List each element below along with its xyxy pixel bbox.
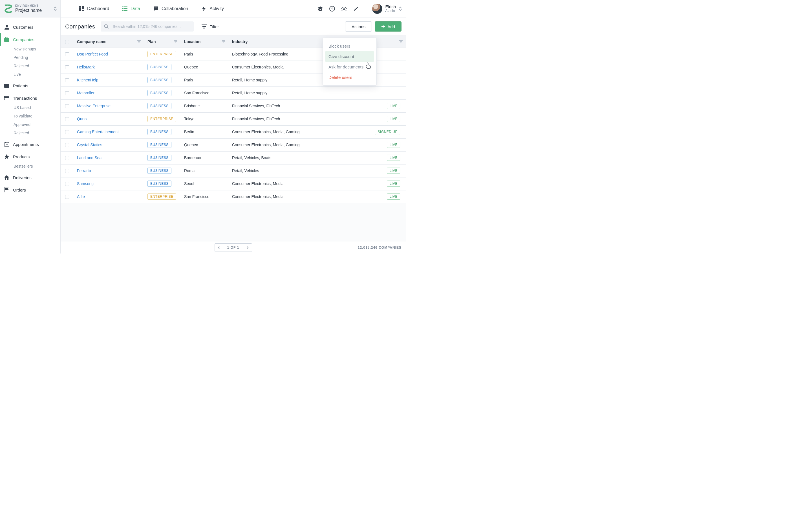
table-row[interactable]: Gaming EntertainementBUSINESSBerlinConsu…: [61, 125, 406, 138]
company-link[interactable]: Samsong: [77, 181, 94, 186]
sidebar-item-transactions[interactable]: Transactions: [0, 92, 60, 104]
table-row[interactable]: SamsongBUSINESSSeoulConsumer Electronics…: [61, 177, 406, 190]
tab-dashboard[interactable]: Dashboard: [79, 6, 109, 11]
avatar: [372, 4, 382, 14]
company-link[interactable]: HelloMark: [77, 65, 95, 69]
sidebar-item-appointments[interactable]: Appointments: [0, 138, 60, 151]
plan-badge: ENTERPRISE: [147, 116, 176, 122]
pager-next[interactable]: [243, 244, 252, 251]
header-plan[interactable]: Plan: [144, 36, 181, 48]
sort-icon[interactable]: [174, 40, 177, 44]
add-button[interactable]: Add: [375, 21, 402, 32]
sidebar-sub-approved[interactable]: Approved: [0, 121, 60, 129]
sort-icon[interactable]: [399, 40, 403, 44]
activity-icon: [201, 6, 207, 11]
table-row[interactable]: AffleENTERPRISESan FranciscoConsumer Ele…: [61, 190, 406, 203]
svg-rect-6: [122, 8, 123, 9]
pager-prev[interactable]: [215, 244, 223, 251]
sidebar-item-orders[interactable]: Orders: [0, 184, 60, 196]
sidebar-sub-to-validate[interactable]: To validate: [0, 113, 60, 121]
row-checkbox[interactable]: [61, 100, 73, 112]
action-ask-documents[interactable]: Ask for documents: [325, 62, 374, 72]
sidebar-item-label: Products: [13, 154, 30, 159]
sidebar-sub-new-signups[interactable]: New signups: [0, 46, 60, 54]
svg-rect-30: [6, 144, 8, 145]
header-location[interactable]: Location: [181, 36, 229, 48]
row-checkbox[interactable]: [61, 164, 73, 177]
sidebar-sub-pending[interactable]: Pending: [0, 54, 60, 62]
sort-icon[interactable]: [222, 40, 225, 44]
svg-rect-36: [203, 27, 205, 29]
row-checkbox[interactable]: [61, 87, 73, 100]
action-block-users[interactable]: Block users: [325, 41, 374, 51]
status-cell: LIVE: [350, 177, 406, 190]
company-link[interactable]: Quno: [77, 117, 87, 121]
industry-cell: Consumer Electronics, Media: [229, 177, 350, 190]
sidebar-sub-rejected[interactable]: Rejected: [0, 62, 60, 71]
sort-icon[interactable]: [137, 40, 141, 44]
company-link[interactable]: Ferrarto: [77, 168, 91, 173]
action-give-discount[interactable]: Give discount: [325, 51, 374, 62]
company-link[interactable]: Massive Enterprise: [77, 104, 110, 108]
search-box[interactable]: [101, 21, 194, 32]
company-link[interactable]: Motoroller: [77, 91, 94, 95]
sidebar-item-patients[interactable]: Patients: [0, 79, 60, 92]
project-selector[interactable]: ENVIRONMENT Project name: [0, 0, 61, 17]
sidebar-item-label: Deliveries: [13, 175, 32, 180]
company-link[interactable]: Land and Sea: [77, 156, 101, 160]
actions-button[interactable]: Actions: [345, 21, 372, 32]
table-row[interactable]: MotorollerBUSINESSSan FranciscoRetail, H…: [61, 87, 406, 100]
svg-point-32: [105, 24, 108, 27]
table-row[interactable]: Land and SeaBUSINESSBordeauxRetail, Vehi…: [61, 151, 406, 164]
education-icon[interactable]: [317, 6, 323, 11]
brush-icon[interactable]: [353, 6, 359, 11]
table-row[interactable]: Crystal StaticsBUSINESSQuebecConsumer El…: [61, 138, 406, 151]
svg-rect-17: [346, 8, 347, 9]
filter-button[interactable]: Filter: [199, 24, 221, 29]
tab-data[interactable]: Data: [122, 6, 140, 11]
company-link[interactable]: KitchenHelp: [77, 78, 98, 82]
action-delete-users[interactable]: Delete users: [325, 72, 374, 82]
industry-cell: Consumer Electronics, Media, Gaming: [229, 125, 350, 138]
table-row[interactable]: QunoENTERPRISETokyoFinancial Services, F…: [61, 112, 406, 125]
company-link[interactable]: Gaming Entertainement: [77, 129, 119, 134]
svg-text:?: ?: [331, 7, 333, 11]
svg-rect-50: [400, 43, 402, 43]
sidebar-sub-rejected-tx[interactable]: Rejected: [0, 129, 60, 138]
row-checkbox[interactable]: [61, 125, 73, 138]
sidebar-item-label: Appointments: [13, 142, 39, 147]
status-pill: LIVE: [387, 142, 400, 148]
sidebar-item-companies[interactable]: Companies: [0, 33, 60, 46]
svg-rect-11: [154, 9, 156, 9]
tab-collaboration[interactable]: Collaboration: [153, 6, 188, 11]
header-company[interactable]: Company name: [73, 36, 144, 48]
table-row[interactable]: Massive EnterpriseBUSINESSBrisbaneFinanc…: [61, 100, 406, 112]
header-checkbox[interactable]: [61, 36, 73, 48]
sidebar-sub-us-based[interactable]: US based: [0, 104, 60, 113]
row-checkbox[interactable]: [61, 151, 73, 164]
row-checkbox[interactable]: [61, 177, 73, 190]
row-checkbox[interactable]: [61, 73, 73, 87]
row-checkbox[interactable]: [61, 61, 73, 73]
company-link[interactable]: Affle: [77, 194, 85, 199]
sidebar-sub-live[interactable]: Live: [0, 71, 60, 79]
search-input[interactable]: [112, 24, 191, 29]
svg-rect-45: [222, 40, 225, 41]
sidebar-sub-bestsellers[interactable]: Bestsellers: [0, 163, 60, 171]
gear-icon[interactable]: [341, 6, 347, 11]
row-checkbox[interactable]: [61, 112, 73, 125]
sidebar-item-products[interactable]: Products: [0, 151, 60, 163]
help-icon[interactable]: ?: [329, 6, 335, 11]
table-row[interactable]: FerrartoBUSINESSRomaRetail, VehiclesLIVE: [61, 164, 406, 177]
sidebar-item-deliveries[interactable]: Deliveries: [0, 171, 60, 184]
row-checkbox[interactable]: [61, 190, 73, 203]
row-checkbox[interactable]: [61, 48, 73, 61]
row-checkbox[interactable]: [61, 138, 73, 151]
user-menu[interactable]: Elrich Admin: [372, 4, 402, 14]
tab-activity[interactable]: Activity: [201, 6, 224, 11]
company-link[interactable]: Crystal Statics: [77, 143, 102, 147]
sidebar-item-customers[interactable]: Customers: [0, 21, 60, 33]
sidebar-item-label: Patients: [13, 83, 28, 88]
svg-rect-35: [202, 26, 206, 27]
company-link[interactable]: Dog Perfect Food: [77, 52, 108, 56]
